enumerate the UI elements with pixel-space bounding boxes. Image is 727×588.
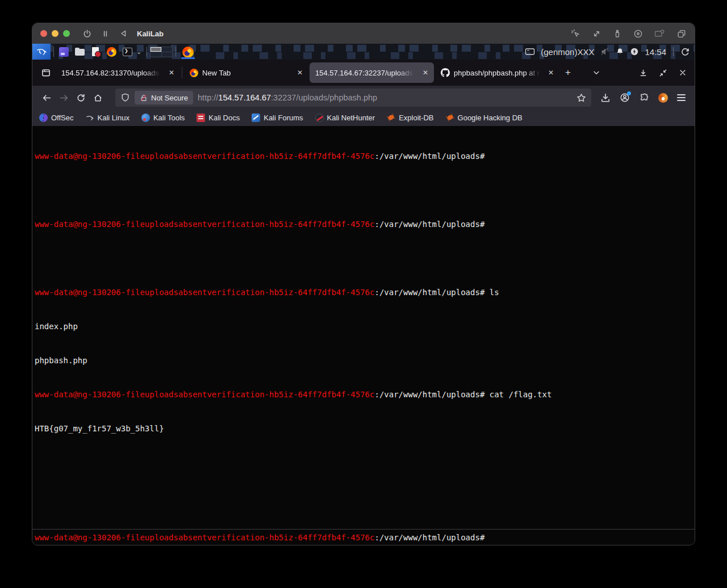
file-manager-icon[interactable] xyxy=(59,47,69,57)
bug-icon xyxy=(446,114,454,122)
tab-close-icon[interactable]: ✕ xyxy=(420,68,431,78)
bookmark-kali-linux[interactable]: Kali Linux xyxy=(86,114,129,122)
url-text[interactable]: http://154.57.164.67:32237/uploads/phpba… xyxy=(198,93,377,102)
minimize-window-button[interactable] xyxy=(52,30,59,37)
kali-menu-button[interactable] xyxy=(32,44,51,60)
tab-close-icon[interactable]: ✕ xyxy=(546,68,556,78)
bookmark-offsec[interactable]: OffSec xyxy=(39,114,74,122)
prompt-path: :/var/www/html/uploads# xyxy=(374,288,484,297)
panel-clock[interactable]: 14:54 xyxy=(645,47,666,57)
vm-capture-cursor-icon[interactable] xyxy=(570,28,580,39)
bookmark-star-icon[interactable] xyxy=(576,93,586,103)
text-editor-icon[interactable] xyxy=(91,47,101,57)
url-scheme: http:// xyxy=(198,93,218,102)
terminal-line-blank xyxy=(35,184,692,196)
ls-output-phpbash-php: phpbash.php xyxy=(35,356,87,365)
tab-uploads-82[interactable]: 154.57.164.82:31370/uploads ✕ xyxy=(56,62,180,83)
kali-panel: ⌄ (genmon)XXX 14:54 xyxy=(32,44,695,60)
launcher-dropdown-icon[interactable]: ⌄ xyxy=(136,48,141,56)
tab-new-tab[interactable]: New Tab ✕ xyxy=(184,62,308,83)
close-window-button[interactable] xyxy=(40,30,47,37)
prompt-user: www-data@ng-130206-fileuploadsabsentveri… xyxy=(35,220,374,229)
bookmark-google-hacking-db[interactable]: Google Hacking DB xyxy=(446,114,523,122)
vm-snapshot-icon[interactable] xyxy=(119,29,128,38)
github-favicon xyxy=(441,68,450,77)
firefox-favicon xyxy=(190,69,198,77)
ls-output-index-php: index.php xyxy=(35,322,78,331)
panel-separator xyxy=(176,47,176,57)
menu-icon[interactable] xyxy=(677,94,686,101)
flag-output: HTB{g07_my_f1r57_w3b_5h3ll} xyxy=(35,424,164,433)
bookmark-kali-forums[interactable]: Kali Forums xyxy=(252,114,303,122)
zoom-window-button[interactable] xyxy=(63,30,70,37)
prompt-path: :/var/www/html/uploads# xyxy=(374,390,484,399)
bookmarks-toolbar: OffSec Kali Linux Kali Tools Kali Docs K… xyxy=(32,110,695,126)
firefox-view-icon[interactable] xyxy=(37,64,55,82)
bookmark-exploit-db[interactable]: Exploit-DB xyxy=(387,114,433,122)
new-tab-button[interactable]: + xyxy=(560,65,576,81)
vm-pause-icon[interactable] xyxy=(101,30,110,38)
folder-icon[interactable] xyxy=(75,47,85,57)
terminal-launcher-icon[interactable] xyxy=(123,48,132,56)
genmon-status-text: (genmon)XXX xyxy=(541,47,594,57)
home-icon[interactable] xyxy=(89,89,106,106)
bookmark-label: Google Hacking DB xyxy=(458,114,523,122)
account-icon[interactable] xyxy=(620,93,630,103)
tab-uploads-67-active[interactable]: 154.57.164.67:32237/uploads ✕ xyxy=(310,62,434,83)
workspace-3[interactable] xyxy=(151,52,161,57)
bookmark-label: OffSec xyxy=(51,114,74,122)
tab-close-icon[interactable]: ✕ xyxy=(295,68,305,78)
vm-window: KaliLab xyxy=(32,23,695,545)
bookmark-kali-tools[interactable]: Kali Tools xyxy=(141,114,185,122)
reload-icon[interactable] xyxy=(72,89,89,106)
prompt-path: :/var/www/html/uploads# xyxy=(374,220,484,229)
downloads-icon[interactable] xyxy=(600,93,611,103)
workspace-2[interactable] xyxy=(162,47,173,52)
list-all-tabs-icon[interactable] xyxy=(588,65,604,81)
vm-power-icon[interactable] xyxy=(82,29,92,39)
panel-separator xyxy=(147,47,147,57)
kali-docs-icon xyxy=(197,114,205,122)
foxyproxy-extension-icon[interactable] xyxy=(658,93,668,103)
url-bar[interactable]: Not Secure http://154.57.164.67:32237/up… xyxy=(115,89,591,107)
phpbash-input-row[interactable]: www-data@ng-130206-fileuploadsabsentveri… xyxy=(32,529,695,545)
bookmark-label: Exploit-DB xyxy=(399,114,433,122)
power-manager-icon[interactable] xyxy=(630,47,639,56)
workspace-1[interactable] xyxy=(151,47,161,52)
workspace-4[interactable] xyxy=(162,52,173,57)
vm-display-capture-icon[interactable] xyxy=(654,29,665,39)
vm-window-title: KaliLab xyxy=(137,30,164,38)
vm-usb-icon[interactable] xyxy=(613,29,622,39)
bookmark-label: Kali Forums xyxy=(264,114,303,122)
bookmark-kali-docs[interactable]: Kali Docs xyxy=(197,114,240,122)
tab-github-phpbash[interactable]: phpbash/phpbash.php at m ✕ xyxy=(435,62,559,83)
terminal-line: phpbash.php xyxy=(35,355,692,366)
logout-icon[interactable] xyxy=(680,47,690,57)
tab-title: phpbash/phpbash.php at m xyxy=(454,69,542,77)
back-icon[interactable] xyxy=(38,89,55,106)
audio-muted-icon[interactable] xyxy=(600,47,610,56)
prompt-path: :/var/www/html/uploads# xyxy=(374,152,484,161)
firefox-launcher-icon[interactable] xyxy=(107,47,116,57)
url-path: :32237/uploads/phpbash.php xyxy=(271,93,377,102)
extensions-puzzle-icon[interactable] xyxy=(639,93,649,103)
shield-icon[interactable] xyxy=(120,93,130,103)
close-icon[interactable] xyxy=(679,69,687,77)
kali-nethunter-icon xyxy=(315,114,324,122)
vm-fullscreen-icon[interactable] xyxy=(592,29,601,39)
workspace-switcher[interactable] xyxy=(150,47,173,57)
minimize-icon[interactable] xyxy=(639,69,647,77)
window-traffic-lights xyxy=(40,30,70,37)
notification-bell-icon[interactable] xyxy=(616,47,624,56)
forward-icon[interactable] xyxy=(55,89,72,106)
genmon-screen-icon[interactable] xyxy=(525,47,535,56)
taskbar-firefox-window[interactable] xyxy=(179,44,197,60)
not-secure-badge[interactable]: Not Secure xyxy=(135,91,193,104)
vm-disc-icon[interactable] xyxy=(633,29,643,39)
tab-close-icon[interactable]: ✕ xyxy=(166,68,177,78)
bookmark-kali-nethunter[interactable]: Kali NetHunter xyxy=(315,114,375,122)
restore-window-icon[interactable] xyxy=(659,69,667,77)
vm-windows-icon[interactable] xyxy=(676,29,687,39)
command-ls: ls xyxy=(484,288,499,297)
terminal-line: index.php xyxy=(35,321,692,332)
